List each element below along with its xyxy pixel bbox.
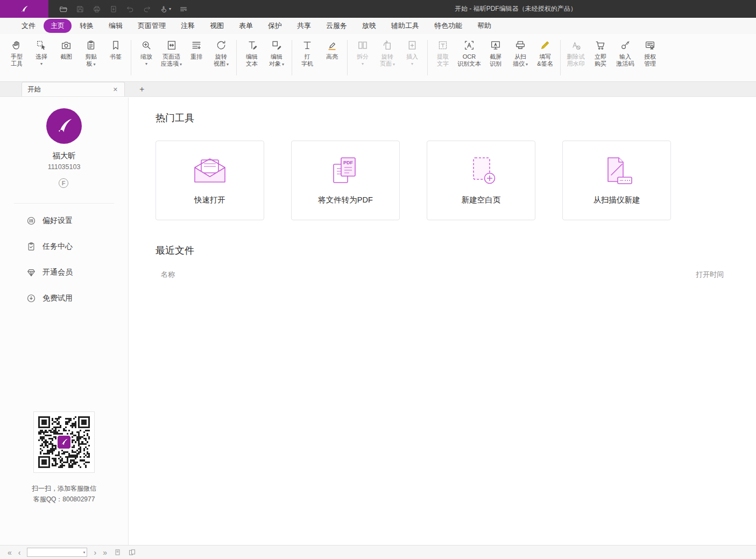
remove-watermark-button[interactable]: 删除试 用水印 [563, 38, 588, 69]
column-open-time[interactable]: 打开时间 [696, 270, 724, 280]
single-page-view-button[interactable] [114, 548, 122, 556]
activation-code-button[interactable]: 输入 激活码 [613, 38, 638, 69]
ribbon-group-license: 删除试 用水印 立即 购买 输入 激活码 授权 管理 [563, 38, 662, 69]
sidebar-item-task-center[interactable]: 任务中心 [0, 234, 128, 260]
undo-icon [126, 5, 135, 13]
menu-tab-share[interactable]: 共享 [290, 19, 318, 33]
card-new-from-scanner[interactable]: 从扫描仪新建 [562, 141, 671, 220]
split-button[interactable]: 拆分 [350, 38, 375, 68]
avatar[interactable] [46, 108, 82, 144]
menu-tab-protect[interactable]: 保护 [261, 19, 289, 33]
new-blank-page-icon [458, 151, 504, 192]
menu-tab-features[interactable]: 特色功能 [427, 19, 469, 33]
menu-tab-accessibility[interactable]: 辅助工具 [384, 19, 426, 33]
buy-now-button[interactable]: 立即 购买 [588, 38, 613, 69]
extract-text-button[interactable]: 提取 文字 [430, 38, 455, 69]
page-fit-button[interactable]: 页面适 应选项 [159, 38, 184, 69]
sidebar-item-free-trial[interactable]: 免费试用 [0, 285, 128, 311]
screen-ocr-icon [490, 39, 501, 51]
app-logo[interactable] [0, 0, 48, 18]
hand-tool-button[interactable]: 手型 工具 [4, 38, 29, 69]
camera-icon [60, 39, 72, 51]
snapshot-button[interactable]: 截图 [54, 38, 79, 62]
menu-tab-comment[interactable]: 注释 [174, 19, 202, 33]
rotate-page-button[interactable]: 旋转 页面 [375, 38, 400, 69]
ribbon-separator [560, 40, 561, 75]
print-button[interactable] [93, 5, 101, 13]
menu-tab-cloud[interactable]: 云服务 [319, 19, 354, 33]
printer-icon [93, 5, 101, 13]
sidebar-item-preferences[interactable]: 偏好设置 [0, 208, 128, 234]
start-tab[interactable]: 开始 ✕ [22, 82, 125, 96]
clipboard-button[interactable]: 剪贴 板 [79, 38, 103, 69]
menu-tab-edit[interactable]: 编辑 [102, 19, 130, 33]
rotate-view-button[interactable]: 旋转 视图 [209, 38, 234, 69]
close-icon[interactable]: ✕ [112, 85, 119, 94]
split-icon [357, 39, 369, 51]
save-button[interactable] [76, 5, 84, 13]
last-page-button[interactable]: » [103, 549, 107, 556]
first-page-button[interactable]: « [8, 549, 12, 556]
menu-tab-file[interactable]: 文件 [15, 19, 43, 33]
sidebar-item-label: 偏好设置 [43, 216, 73, 226]
page-number-input[interactable] [27, 549, 81, 556]
customize-toolbar-button[interactable] [179, 5, 188, 13]
zoom-icon [140, 39, 152, 51]
menubar: 文件 主页 转换 编辑 页面管理 注释 视图 表单 保护 共享 云服务 放映 辅… [0, 18, 756, 34]
sidebar-item-membership[interactable]: 开通会员 [0, 260, 128, 285]
facing-page-view-button[interactable] [128, 548, 136, 556]
menu-tab-help[interactable]: 帮助 [470, 19, 498, 33]
open-file-button[interactable] [59, 5, 68, 13]
license-icon [644, 39, 656, 51]
facing-pages-icon [128, 548, 136, 556]
pdf-icon-text: PDF [343, 160, 354, 165]
convert-pdf-icon: PDF [323, 151, 368, 192]
sidebar-item-label: 任务中心 [43, 242, 73, 251]
menu-tab-page-manage[interactable]: 页面管理 [131, 19, 173, 33]
hot-tools-cards: 快速打开 PDF 将文件转为PDF [156, 141, 756, 220]
reflow-button[interactable]: 重排 [184, 38, 209, 62]
ribbon-toolbar: 手型 工具 选择 截图 剪贴 板 书签 缩放 页面适 应选项 重排 旋转 视图 … [0, 34, 756, 82]
prev-page-button[interactable]: ‹ [18, 549, 21, 556]
ocr-text-button[interactable]: OCR 识别文本 [455, 38, 483, 69]
select-cursor-icon [36, 39, 47, 51]
edit-object-button[interactable]: 编辑 对象 [264, 38, 289, 69]
typewriter-button[interactable]: 打 字机 [295, 38, 320, 69]
card-quick-open[interactable]: 快速打开 [156, 141, 264, 220]
column-name[interactable]: 名称 [161, 270, 175, 280]
qr-code-image [37, 415, 91, 470]
menu-tab-home[interactable]: 主页 [44, 19, 72, 33]
menu-tab-view[interactable]: 视图 [203, 19, 231, 33]
zoom-button[interactable]: 缩放 [134, 38, 159, 68]
combo-caret-icon[interactable]: ▾ [81, 550, 87, 555]
extract-text-icon [437, 39, 449, 51]
license-manage-button[interactable]: 授权 管理 [638, 38, 662, 69]
edit-text-button[interactable]: 编辑 文本 [239, 38, 264, 69]
card-label: 新建空白页 [462, 195, 501, 205]
export-button[interactable] [109, 5, 118, 13]
from-scanner-button[interactable]: 从扫 描仪 [508, 38, 533, 69]
next-page-button[interactable]: › [94, 549, 96, 556]
redo-button[interactable] [143, 5, 151, 13]
quick-access-toolbar: ▾ [59, 5, 188, 13]
card-convert-to-pdf[interactable]: PDF 将文件转为PDF [291, 141, 400, 220]
preferences-icon [26, 215, 37, 226]
select-button[interactable]: 选择 [29, 38, 54, 68]
menu-tab-present[interactable]: 放映 [355, 19, 383, 33]
sidebar-item-label: 免费试用 [43, 294, 73, 303]
new-tab-button[interactable]: ＋ [136, 82, 148, 96]
card-new-blank-page[interactable]: 新建空白页 [427, 141, 535, 220]
insert-page-button[interactable]: 插入 [400, 38, 425, 68]
foxit-account-badge-icon[interactable]: F [59, 178, 68, 188]
undo-button[interactable] [126, 5, 135, 13]
fill-sign-button[interactable]: 填写 &签名 [533, 38, 557, 69]
ribbon-group-recognize: 提取 文字 OCR 识别文本 截屏 识别 从扫 描仪 填写 &签名 [430, 38, 557, 69]
highlight-button[interactable]: 高亮 [320, 38, 344, 62]
menu-tab-form[interactable]: 表单 [232, 19, 260, 33]
screen-ocr-button[interactable]: 截屏 识别 [483, 38, 508, 69]
menu-tab-convert[interactable]: 转换 [73, 19, 101, 33]
ribbon-separator [292, 40, 292, 75]
bookmark-button[interactable]: 书签 [103, 38, 128, 62]
edit-object-icon [271, 39, 282, 51]
touch-mode-button[interactable]: ▾ [159, 5, 171, 13]
